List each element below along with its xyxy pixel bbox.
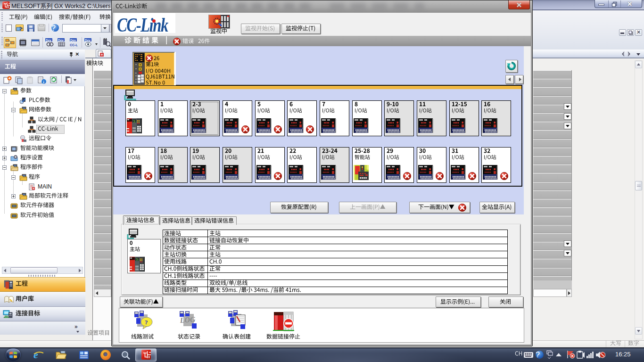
svg-text:Dev: Dev xyxy=(46,39,51,42)
svg-text:?: ? xyxy=(145,319,148,326)
svg-text:CC-L: CC-L xyxy=(70,43,78,47)
svg-text:Dev: Dev xyxy=(85,39,91,42)
svg-text:e: e xyxy=(33,350,38,360)
svg-text:LOG: LOG xyxy=(179,315,196,324)
svg-text:Dev: Dev xyxy=(58,39,64,42)
svg-text:Dev: Dev xyxy=(70,39,76,42)
